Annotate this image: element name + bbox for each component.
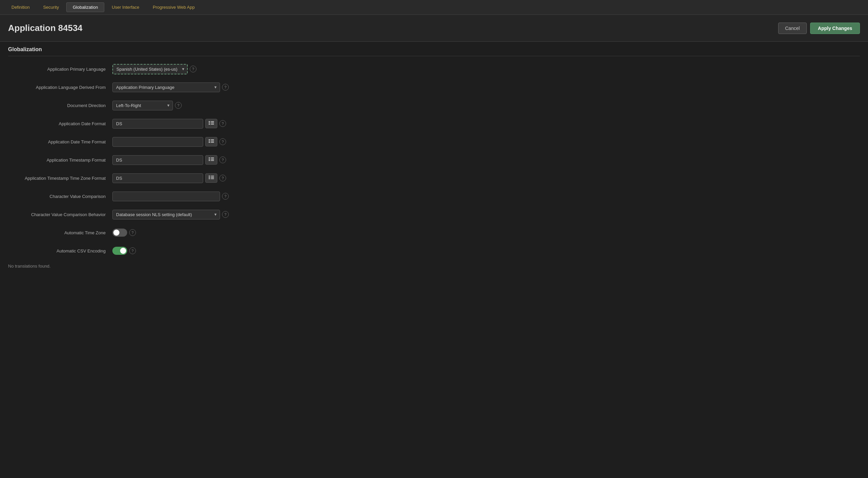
svg-rect-23 bbox=[211, 178, 214, 179]
svg-rect-3 bbox=[211, 122, 214, 123]
svg-rect-11 bbox=[211, 142, 214, 143]
timestamp-timezone-list-button[interactable] bbox=[205, 173, 217, 183]
svg-rect-15 bbox=[211, 159, 214, 159]
language-derived-select[interactable]: Application Primary Language Browser Lan… bbox=[112, 83, 220, 92]
primary-language-row: Application Primary Language Spanish (Un… bbox=[8, 63, 860, 75]
apply-changes-button[interactable]: Apply Changes bbox=[810, 23, 860, 34]
primary-language-select[interactable]: Spanish (United States) (es-us) English … bbox=[112, 64, 188, 74]
document-direction-row: Document Direction Left-To-Right Right-T… bbox=[8, 99, 860, 112]
timestamp-timezone-input[interactable] bbox=[112, 173, 203, 183]
page-title: Application 84534 bbox=[8, 23, 83, 33]
date-format-control: ? bbox=[112, 119, 860, 128]
tab-progressive-web-app[interactable]: Progressive Web App bbox=[147, 3, 201, 12]
auto-csv-toggle[interactable] bbox=[112, 247, 127, 255]
timestamp-timezone-row: Application Timestamp Time Zone Format ? bbox=[8, 172, 860, 184]
list-icon bbox=[209, 139, 214, 144]
svg-rect-13 bbox=[211, 157, 214, 158]
date-time-format-row: Application Date Time Format ? bbox=[8, 136, 860, 148]
language-derived-label: Application Language Derived From bbox=[8, 85, 112, 90]
tab-security[interactable]: Security bbox=[37, 3, 65, 12]
svg-rect-18 bbox=[209, 176, 210, 176]
date-format-row: Application Date Format ? bbox=[8, 118, 860, 129]
tab-globalization[interactable]: Globalization bbox=[66, 2, 104, 12]
main-content: Globalization Application Primary Langua… bbox=[0, 42, 868, 478]
auto-csv-help-icon[interactable]: ? bbox=[129, 247, 136, 254]
language-derived-select-wrap: Application Primary Language Browser Lan… bbox=[112, 83, 220, 92]
auto-csv-toggle-wrap bbox=[112, 247, 127, 255]
date-format-list-button[interactable] bbox=[205, 119, 217, 128]
timestamp-timezone-help-icon[interactable]: ? bbox=[219, 175, 226, 181]
list-icon bbox=[209, 157, 214, 162]
language-derived-help-icon[interactable]: ? bbox=[222, 84, 229, 91]
timestamp-timezone-label: Application Timestamp Time Zone Format bbox=[8, 176, 112, 181]
language-derived-row: Application Language Derived From Applic… bbox=[8, 81, 860, 93]
date-time-format-label: Application Date Time Format bbox=[8, 139, 112, 144]
primary-language-help-icon[interactable]: ? bbox=[190, 66, 196, 72]
date-time-format-help-icon[interactable]: ? bbox=[219, 138, 226, 145]
svg-rect-8 bbox=[209, 141, 210, 141]
char-comparison-behavior-row: Character Value Comparison Behavior Data… bbox=[8, 208, 860, 220]
document-direction-select-wrap: Left-To-Right Right-To-Left ▼ bbox=[112, 101, 173, 111]
document-direction-control: Left-To-Right Right-To-Left ▼ ? bbox=[112, 101, 860, 111]
cancel-button[interactable]: Cancel bbox=[778, 23, 807, 34]
svg-rect-1 bbox=[211, 121, 214, 122]
date-time-format-list-button[interactable] bbox=[205, 137, 217, 146]
svg-rect-14 bbox=[209, 159, 210, 159]
auto-csv-label: Automatic CSV Encoding bbox=[8, 248, 112, 253]
date-time-format-input[interactable] bbox=[112, 137, 203, 147]
svg-rect-6 bbox=[209, 139, 210, 140]
tab-user-interface[interactable]: User Interface bbox=[106, 3, 145, 12]
svg-rect-7 bbox=[211, 139, 214, 140]
timestamp-format-input[interactable] bbox=[112, 155, 203, 165]
char-comparison-input[interactable] bbox=[112, 191, 220, 201]
document-direction-select[interactable]: Left-To-Right Right-To-Left bbox=[112, 101, 173, 111]
primary-language-control: Spanish (United States) (es-us) English … bbox=[112, 64, 860, 74]
auto-csv-slider bbox=[112, 247, 127, 255]
timestamp-timezone-control: ? bbox=[112, 173, 860, 183]
char-comparison-behavior-label: Character Value Comparison Behavior bbox=[8, 212, 112, 217]
header-actions: Cancel Apply Changes bbox=[778, 23, 860, 34]
svg-rect-17 bbox=[211, 160, 214, 161]
section-title: Globalization bbox=[8, 47, 42, 52]
timestamp-format-list-button[interactable] bbox=[205, 155, 217, 165]
char-comparison-help-icon[interactable]: ? bbox=[222, 193, 229, 200]
auto-timezone-control: ? bbox=[112, 229, 860, 237]
svg-rect-0 bbox=[209, 121, 210, 122]
timestamp-format-label: Application Timestamp Format bbox=[8, 157, 112, 162]
svg-rect-16 bbox=[209, 160, 210, 161]
svg-rect-5 bbox=[211, 124, 214, 124]
globalization-section: Globalization Application Primary Langua… bbox=[0, 42, 868, 277]
char-comparison-behavior-help-icon[interactable]: ? bbox=[222, 211, 229, 218]
date-time-format-control: ? bbox=[112, 137, 860, 147]
timestamp-format-control: ? bbox=[112, 155, 860, 165]
svg-rect-2 bbox=[209, 122, 210, 123]
svg-rect-10 bbox=[209, 142, 210, 143]
auto-timezone-label: Automatic Time Zone bbox=[8, 230, 112, 235]
char-comparison-behavior-select[interactable]: Database session NLS setting (default) C… bbox=[112, 210, 220, 219]
auto-timezone-slider bbox=[112, 229, 127, 237]
char-comparison-behavior-control: Database session NLS setting (default) C… bbox=[112, 210, 860, 219]
list-icon bbox=[209, 176, 214, 180]
char-comparison-label: Character Value Comparison bbox=[8, 194, 112, 199]
svg-rect-22 bbox=[209, 178, 210, 179]
date-format-help-icon[interactable]: ? bbox=[219, 120, 226, 127]
auto-timezone-help-icon[interactable]: ? bbox=[129, 229, 136, 236]
date-format-label: Application Date Format bbox=[8, 121, 112, 126]
auto-csv-row: Automatic CSV Encoding ? bbox=[8, 245, 860, 257]
char-comparison-behavior-select-wrap: Database session NLS setting (default) C… bbox=[112, 210, 220, 219]
document-direction-help-icon[interactable]: ? bbox=[175, 102, 182, 109]
no-translations-message: No translations found. bbox=[8, 264, 860, 269]
svg-rect-9 bbox=[211, 141, 214, 141]
date-format-input[interactable] bbox=[112, 119, 203, 128]
primary-language-label: Application Primary Language bbox=[8, 67, 112, 72]
primary-language-select-wrap: Spanish (United States) (es-us) English … bbox=[112, 64, 188, 74]
timestamp-format-row: Application Timestamp Format ? bbox=[8, 154, 860, 166]
tab-definition[interactable]: Definition bbox=[5, 3, 36, 12]
auto-timezone-toggle[interactable] bbox=[112, 229, 127, 237]
svg-rect-12 bbox=[209, 157, 210, 158]
page-header: Application 84534 Cancel Apply Changes bbox=[0, 15, 868, 42]
timestamp-format-help-icon[interactable]: ? bbox=[219, 156, 226, 163]
auto-csv-control: ? bbox=[112, 247, 860, 255]
top-navigation: Definition Security Globalization User I… bbox=[0, 0, 868, 15]
svg-rect-19 bbox=[211, 176, 214, 176]
